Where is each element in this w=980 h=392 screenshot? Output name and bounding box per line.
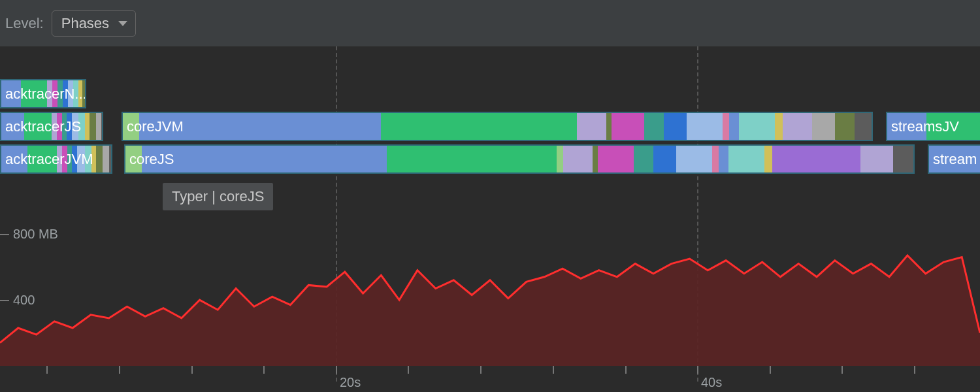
phase-segment[interactable] [109,146,112,172]
time-tick [408,366,409,374]
phase-bar-acktracerJVM[interactable]: acktracerJVM [0,144,112,174]
phase-segment[interactable] [52,113,57,140]
phase-segment[interactable] [82,80,86,107]
phase-segment[interactable] [57,113,62,140]
phase-segment[interactable] [72,113,78,140]
time-axis: 20s40s [0,366,980,392]
phase-segment[interactable] [612,113,644,140]
time-tick-label: 40s [701,375,722,390]
phase-segment[interactable] [67,146,72,172]
phase-segment[interactable] [63,80,68,107]
phase-segment[interactable] [712,146,719,172]
phase-segment[interactable] [57,146,62,172]
phase-segment[interactable] [893,146,915,172]
time-tick [119,366,120,374]
time-tick [770,366,771,374]
phase-segment[interactable] [57,80,63,107]
phase-segment[interactable] [775,113,783,140]
phase-row: acktracerN... [0,79,980,108]
phase-bar-acktracerJS[interactable]: acktracerJS [0,112,103,141]
phase-segment[interactable] [27,146,57,172]
phase-segment[interactable] [855,113,873,140]
phase-segment[interactable] [85,113,90,140]
phase-segment[interactable] [21,80,47,107]
phase-segment[interactable] [723,113,729,140]
phase-segment[interactable] [719,146,728,172]
phase-segment[interactable] [101,113,103,140]
phase-segment[interactable] [123,113,139,140]
time-tick [625,366,627,374]
time-tick [697,366,698,374]
phase-segment[interactable] [90,113,96,140]
phase-segment[interactable] [381,113,577,140]
phase-segment[interactable] [728,146,764,172]
phase-segment[interactable] [139,113,381,140]
level-select-value: Phases [61,15,109,31]
chevron-down-icon [118,21,127,26]
phase-segment[interactable] [103,146,109,172]
phase-row: acktracerJVMcoreJSstream [0,144,980,174]
phase-bar-coreJVM[interactable]: coreJVM [122,112,873,141]
phase-segment[interactable] [387,146,557,172]
phase-segment[interactable] [125,146,142,172]
phase-bar-streamsJVM[interactable]: streamsJV [886,112,980,141]
phase-segment[interactable] [664,113,687,140]
phase-segment[interactable] [73,80,78,107]
phase-segment[interactable] [593,146,598,172]
phase-segment[interactable] [52,80,57,107]
phase-segment[interactable] [96,113,101,140]
time-tick [46,366,48,374]
phase-segment[interactable] [783,113,812,140]
time-tick [914,366,915,374]
level-select[interactable]: Phases [52,10,136,37]
memory-chart[interactable]: 800 MB400 [0,218,980,366]
phase-segment[interactable] [72,146,77,172]
phase-segment[interactable] [606,113,612,140]
phase-bar-acktracerN[interactable]: acktracerN... [0,79,86,108]
phase-segment[interactable] [887,113,926,140]
phase-segment[interactable] [557,146,563,172]
phase-segment[interactable] [634,146,653,172]
phase-segment[interactable] [62,113,67,140]
phase-segment[interactable] [729,113,739,140]
toolbar: Level: Phases [0,0,980,46]
phase-segment[interactable] [812,113,835,140]
phase-segment[interactable] [676,146,712,172]
phase-segment[interactable] [1,113,24,140]
phase-segment[interactable] [926,113,980,140]
phase-segment[interactable] [764,146,772,172]
time-tick-label: 20s [340,375,361,390]
phase-segment[interactable] [772,146,860,172]
phase-segment[interactable] [96,146,103,172]
phase-segment[interactable] [577,113,606,140]
phase-segment[interactable] [860,146,893,172]
phase-segment[interactable] [85,146,91,172]
time-tick [191,366,193,374]
phase-segment[interactable] [563,146,593,172]
time-tick [553,366,554,374]
phase-segment[interactable] [929,146,980,172]
time-tick [336,366,337,374]
phase-segment[interactable] [1,80,21,107]
phase-segment[interactable] [68,80,73,107]
phase-segment[interactable] [67,113,72,140]
phase-segment[interactable] [24,113,52,140]
phase-segment[interactable] [62,146,67,172]
phase-segment[interactable] [835,113,855,140]
phase-segment[interactable] [78,113,85,140]
phase-segment[interactable] [644,113,664,140]
phase-segment[interactable] [653,146,676,172]
phase-bar-streams[interactable]: stream [928,144,980,174]
phase-segment[interactable] [1,146,27,172]
time-tick [480,366,482,374]
phase-segment[interactable] [77,146,85,172]
phase-bar-coreJS[interactable]: coreJS [124,144,915,174]
phase-segment[interactable] [739,113,775,140]
phase-segment[interactable] [142,146,387,172]
phase-segment[interactable] [47,80,52,107]
phase-segment[interactable] [91,146,96,172]
phase-row: acktracerJScoreJVMstreamsJV [0,112,980,141]
phase-segment[interactable] [687,113,723,140]
phase-segment[interactable] [598,146,634,172]
tooltip: Typer | coreJS [163,183,273,210]
